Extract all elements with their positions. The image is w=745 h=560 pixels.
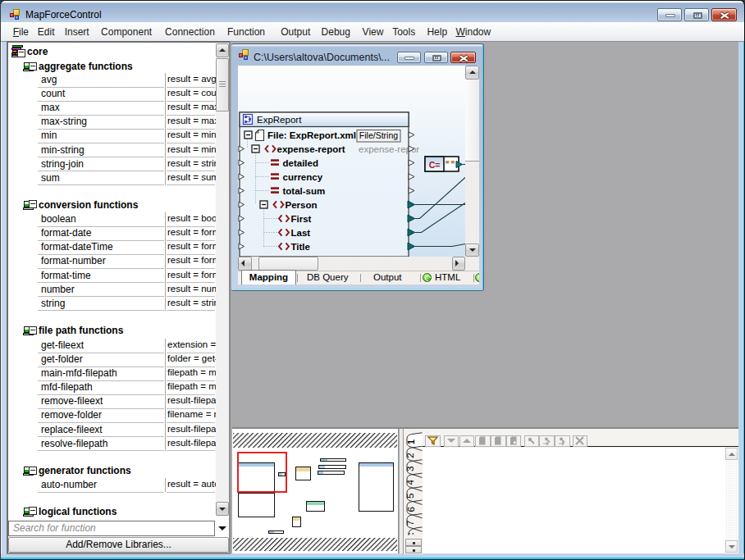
svg-text:1: 1 [406,439,416,444]
svg-text:expense-report: expense-report [277,144,345,154]
svg-text:First: First [291,214,312,224]
svg-text:6: 6 [406,507,416,512]
svg-text:4: 4 [406,479,416,485]
svg-text:2: 2 [406,453,416,458]
svg-text:detailed: detailed [283,158,318,168]
svg-text:3: 3 [406,466,416,471]
svg-text:ExpReport: ExpReport [257,115,302,125]
svg-text::: : [406,532,415,535]
svg-text:Person: Person [286,200,318,210]
svg-text:currency: currency [283,172,323,182]
svg-text:7: 7 [406,520,416,525]
svg-text:5: 5 [406,493,416,498]
svg-text:File/String: File/String [359,130,398,140]
svg-text:File: ExpReport.xml: File: ExpReport.xml [267,130,356,140]
svg-text:total-sum: total-sum [283,186,326,196]
svg-text:C=: C= [429,160,441,170]
svg-text:Title: Title [291,242,310,252]
svg-text:Last: Last [291,228,311,238]
